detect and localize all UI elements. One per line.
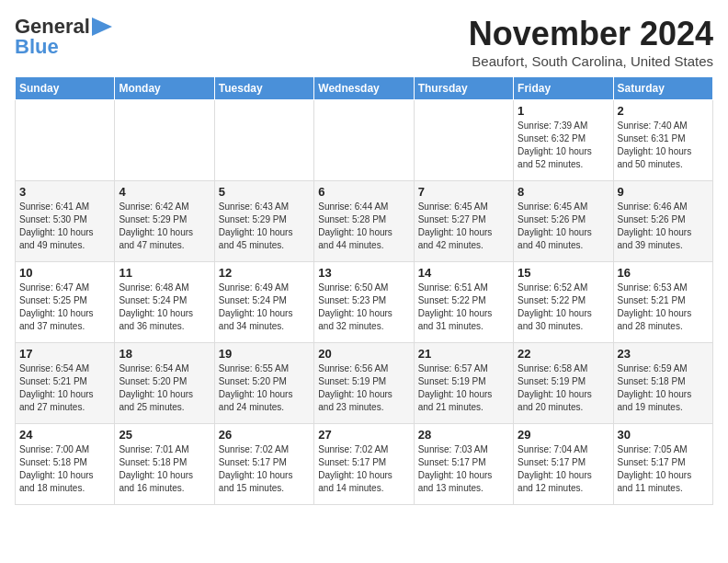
day-info: Sunrise: 6:55 AM Sunset: 5:20 PM Dayligh…: [219, 362, 310, 414]
day-info: Sunrise: 6:51 AM Sunset: 5:22 PM Dayligh…: [418, 282, 509, 333]
weekday-header: Sunday: [16, 77, 115, 100]
calendar-week-row: 17Sunrise: 6:54 AM Sunset: 5:21 PM Dayli…: [16, 343, 713, 424]
calendar-week-row: 10Sunrise: 6:47 AM Sunset: 5:25 PM Dayli…: [16, 262, 713, 343]
day-number: 13: [318, 266, 409, 280]
calendar-cell: 27Sunrise: 7:02 AM Sunset: 5:17 PM Dayli…: [314, 424, 414, 505]
day-info: Sunrise: 6:54 AM Sunset: 5:21 PM Dayligh…: [19, 362, 110, 414]
calendar-cell: 29Sunrise: 7:04 AM Sunset: 5:17 PM Dayli…: [514, 424, 613, 505]
day-info: Sunrise: 6:48 AM Sunset: 5:24 PM Dayligh…: [119, 282, 210, 333]
logo: General Blue: [15, 15, 112, 59]
day-number: 14: [418, 266, 509, 280]
weekday-header: Tuesday: [214, 77, 313, 100]
calendar-cell: 19Sunrise: 6:55 AM Sunset: 5:20 PM Dayli…: [214, 343, 313, 424]
day-info: Sunrise: 6:58 AM Sunset: 5:19 PM Dayligh…: [518, 362, 609, 414]
calendar-cell: 8Sunrise: 6:45 AM Sunset: 5:26 PM Daylig…: [514, 181, 613, 262]
day-info: Sunrise: 6:46 AM Sunset: 5:26 PM Dayligh…: [618, 201, 709, 252]
day-info: Sunrise: 6:44 AM Sunset: 5:28 PM Dayligh…: [318, 201, 409, 252]
weekday-header: Monday: [115, 77, 214, 100]
day-info: Sunrise: 6:49 AM Sunset: 5:24 PM Dayligh…: [219, 282, 310, 333]
day-number: 17: [19, 347, 110, 361]
day-info: Sunrise: 6:54 AM Sunset: 5:20 PM Dayligh…: [119, 362, 210, 414]
day-info: Sunrise: 7:40 AM Sunset: 6:31 PM Dayligh…: [618, 120, 709, 171]
logo-blue: Blue: [15, 35, 59, 59]
day-info: Sunrise: 7:39 AM Sunset: 6:32 PM Dayligh…: [518, 120, 609, 171]
day-number: 27: [318, 428, 409, 442]
day-number: 15: [518, 266, 609, 280]
day-number: 21: [418, 347, 509, 361]
calendar-cell: 13Sunrise: 6:50 AM Sunset: 5:23 PM Dayli…: [314, 262, 414, 343]
day-number: 19: [219, 347, 310, 361]
calendar-cell: [115, 100, 214, 181]
title-block: November 2024 Beaufort, South Carolina, …: [469, 15, 713, 69]
day-number: 22: [518, 347, 609, 361]
day-info: Sunrise: 7:02 AM Sunset: 5:17 PM Dayligh…: [318, 443, 409, 495]
day-number: 24: [19, 428, 110, 442]
page-header: General Blue November 2024 Beaufort, Sou…: [15, 15, 713, 69]
calendar-cell: 24Sunrise: 7:00 AM Sunset: 5:18 PM Dayli…: [16, 424, 115, 505]
day-number: 8: [518, 185, 609, 199]
svg-marker-0: [92, 17, 112, 36]
month-title: November 2024: [469, 15, 713, 53]
calendar-cell: 7Sunrise: 6:45 AM Sunset: 5:27 PM Daylig…: [414, 181, 513, 262]
day-info: Sunrise: 6:53 AM Sunset: 5:21 PM Dayligh…: [618, 282, 709, 333]
day-number: 12: [219, 266, 310, 280]
calendar-cell: [16, 100, 115, 181]
calendar-cell: 15Sunrise: 6:52 AM Sunset: 5:22 PM Dayli…: [514, 262, 613, 343]
calendar-cell: 17Sunrise: 6:54 AM Sunset: 5:21 PM Dayli…: [16, 343, 115, 424]
day-number: 4: [119, 185, 210, 199]
weekday-header: Friday: [514, 77, 613, 100]
calendar-cell: 23Sunrise: 6:59 AM Sunset: 5:18 PM Dayli…: [613, 343, 712, 424]
day-number: 1: [518, 104, 609, 118]
calendar-cell: [314, 100, 414, 181]
calendar-cell: 1Sunrise: 7:39 AM Sunset: 6:32 PM Daylig…: [514, 100, 613, 181]
day-number: 23: [618, 347, 709, 361]
day-number: 6: [318, 185, 409, 199]
calendar-cell: 30Sunrise: 7:05 AM Sunset: 5:17 PM Dayli…: [613, 424, 712, 505]
day-info: Sunrise: 6:47 AM Sunset: 5:25 PM Dayligh…: [19, 282, 110, 333]
day-info: Sunrise: 7:01 AM Sunset: 5:18 PM Dayligh…: [119, 443, 210, 495]
calendar-cell: 6Sunrise: 6:44 AM Sunset: 5:28 PM Daylig…: [314, 181, 414, 262]
calendar-cell: 5Sunrise: 6:43 AM Sunset: 5:29 PM Daylig…: [214, 181, 313, 262]
day-number: 29: [518, 428, 609, 442]
calendar-cell: 20Sunrise: 6:56 AM Sunset: 5:19 PM Dayli…: [314, 343, 414, 424]
day-info: Sunrise: 6:45 AM Sunset: 5:26 PM Dayligh…: [518, 201, 609, 252]
day-number: 25: [119, 428, 210, 442]
calendar-cell: 3Sunrise: 6:41 AM Sunset: 5:30 PM Daylig…: [16, 181, 115, 262]
day-info: Sunrise: 6:45 AM Sunset: 5:27 PM Dayligh…: [418, 201, 509, 252]
day-info: Sunrise: 7:03 AM Sunset: 5:17 PM Dayligh…: [418, 443, 509, 495]
logo-arrow-icon: [92, 17, 112, 36]
calendar-cell: 9Sunrise: 6:46 AM Sunset: 5:26 PM Daylig…: [613, 181, 712, 262]
calendar-cell: [414, 100, 513, 181]
day-number: 10: [19, 266, 110, 280]
calendar-week-row: 1Sunrise: 7:39 AM Sunset: 6:32 PM Daylig…: [16, 100, 713, 181]
day-info: Sunrise: 6:41 AM Sunset: 5:30 PM Dayligh…: [19, 201, 110, 252]
calendar-cell: 14Sunrise: 6:51 AM Sunset: 5:22 PM Dayli…: [414, 262, 513, 343]
day-number: 7: [418, 185, 509, 199]
day-info: Sunrise: 6:59 AM Sunset: 5:18 PM Dayligh…: [618, 362, 709, 414]
day-number: 3: [19, 185, 110, 199]
day-info: Sunrise: 7:05 AM Sunset: 5:17 PM Dayligh…: [618, 443, 709, 495]
weekday-header: Saturday: [613, 77, 712, 100]
day-info: Sunrise: 7:00 AM Sunset: 5:18 PM Dayligh…: [19, 443, 110, 495]
day-info: Sunrise: 6:52 AM Sunset: 5:22 PM Dayligh…: [518, 282, 609, 333]
calendar-cell: 22Sunrise: 6:58 AM Sunset: 5:19 PM Dayli…: [514, 343, 613, 424]
day-info: Sunrise: 6:43 AM Sunset: 5:29 PM Dayligh…: [219, 201, 310, 252]
calendar-cell: 18Sunrise: 6:54 AM Sunset: 5:20 PM Dayli…: [115, 343, 214, 424]
calendar-cell: 2Sunrise: 7:40 AM Sunset: 6:31 PM Daylig…: [613, 100, 712, 181]
calendar-cell: 28Sunrise: 7:03 AM Sunset: 5:17 PM Dayli…: [414, 424, 513, 505]
day-number: 18: [119, 347, 210, 361]
calendar-cell: 4Sunrise: 6:42 AM Sunset: 5:29 PM Daylig…: [115, 181, 214, 262]
day-info: Sunrise: 6:57 AM Sunset: 5:19 PM Dayligh…: [418, 362, 509, 414]
calendar-cell: [214, 100, 313, 181]
calendar-cell: 11Sunrise: 6:48 AM Sunset: 5:24 PM Dayli…: [115, 262, 214, 343]
day-number: 9: [618, 185, 709, 199]
weekday-header-row: SundayMondayTuesdayWednesdayThursdayFrid…: [16, 77, 713, 100]
location-title: Beaufort, South Carolina, United States: [469, 53, 713, 69]
day-number: 5: [219, 185, 310, 199]
day-info: Sunrise: 7:02 AM Sunset: 5:17 PM Dayligh…: [219, 443, 310, 495]
weekday-header: Thursday: [414, 77, 513, 100]
calendar-cell: 26Sunrise: 7:02 AM Sunset: 5:17 PM Dayli…: [214, 424, 313, 505]
calendar-table: SundayMondayTuesdayWednesdayThursdayFrid…: [15, 76, 713, 505]
calendar-week-row: 3Sunrise: 6:41 AM Sunset: 5:30 PM Daylig…: [16, 181, 713, 262]
calendar-cell: 12Sunrise: 6:49 AM Sunset: 5:24 PM Dayli…: [214, 262, 313, 343]
